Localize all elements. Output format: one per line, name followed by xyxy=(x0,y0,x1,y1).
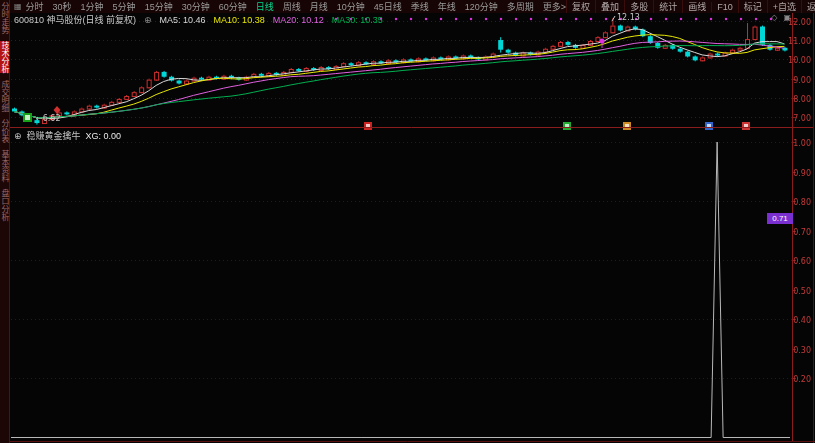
ma-label: MA20: 10.12 xyxy=(273,15,324,25)
timeframe-120分钟[interactable]: 120分钟 xyxy=(465,0,498,13)
toolbar-button-+自选[interactable]: +自选 xyxy=(767,0,801,13)
sidebar-item-技术分析[interactable]: 技术分析 xyxy=(0,41,9,73)
timeframe-年线[interactable]: 年线 xyxy=(438,0,456,13)
timeframe-list: 分时30秒1分钟5分钟15分钟30分钟60分钟日线周线月线10分钟45日线季线年… xyxy=(26,0,567,13)
top-menu-bar: ▦ 分时30秒1分钟5分钟15分钟30分钟60分钟日线周线月线10分钟45日线季… xyxy=(10,0,815,13)
timeframe-周线[interactable]: 周线 xyxy=(283,0,301,13)
chart-canvas[interactable] xyxy=(0,0,815,443)
timeframe-30分钟[interactable]: 30分钟 xyxy=(182,0,210,13)
sidebar-item-基本资料[interactable]: 基本资料 xyxy=(0,150,9,182)
timeframe-更多>[interactable]: 更多> xyxy=(543,0,566,13)
timeframe-60分钟[interactable]: 60分钟 xyxy=(219,0,247,13)
timeframe-45日线[interactable]: 45日线 xyxy=(374,0,402,13)
maximize-pane-icon[interactable]: ▣ xyxy=(783,13,791,22)
ma-label: MA30: 10.35 xyxy=(332,15,383,25)
toolbar-button-返回[interactable]: 返回 xyxy=(801,0,815,13)
toolbar-button-标记[interactable]: 标记 xyxy=(738,0,767,13)
pane-icons: ◇ ▣ xyxy=(771,13,791,22)
stock-title: 600810 神马股份(日线 前复权) xyxy=(14,13,136,26)
timeframe-分时[interactable]: 分时 xyxy=(26,0,44,13)
toolbar-button-统计[interactable]: 统计 xyxy=(653,0,682,13)
timeframe-30秒[interactable]: 30秒 xyxy=(53,0,72,13)
app-window: ▦ 分时30秒1分钟5分钟15分钟30分钟60分钟日线周线月线10分钟45日线季… xyxy=(0,0,815,443)
timeframe-季线[interactable]: 季线 xyxy=(411,0,429,13)
sidebar-item-盘口分析[interactable]: 盘口分析 xyxy=(0,189,9,221)
timeframe-月线[interactable]: 月线 xyxy=(310,0,328,13)
indicator-overlay-icon[interactable]: ⊕ xyxy=(14,131,22,141)
sidebar-item-成交明细[interactable]: 成交明细 xyxy=(0,80,9,112)
sidebar-item-分时走势[interactable]: 分时走势 xyxy=(0,2,9,34)
timeframe-日线[interactable]: 日线 xyxy=(256,0,274,13)
timeframe-10分钟[interactable]: 10分钟 xyxy=(337,0,365,13)
toolbar-button-多股[interactable]: 多股 xyxy=(624,0,653,13)
timeframe-多周期[interactable]: 多周期 xyxy=(507,0,534,13)
ma-label: MA5: 10.46 xyxy=(160,15,206,25)
overlay-toggle-icon[interactable]: ⊕ xyxy=(144,15,152,25)
ma-label: MA10: 10.38 xyxy=(214,15,265,25)
left-tab-sidebar: 分时走势技术分析成交明细分价表基本资料盘口分析 xyxy=(0,0,10,443)
toolbar-buttons: 复权叠加多股统计画线F10标记+自选返回 xyxy=(566,0,815,13)
timeframe-5分钟[interactable]: 5分钟 xyxy=(113,0,136,13)
timeframe-15分钟[interactable]: 15分钟 xyxy=(145,0,173,13)
toolbar-button-画线[interactable]: 画线 xyxy=(682,0,711,13)
toolbar-button-复权[interactable]: 复权 xyxy=(566,0,595,13)
toolbar-button-F10[interactable]: F10 xyxy=(711,2,738,12)
sidebar-item-分价表[interactable]: 分价表 xyxy=(0,119,9,143)
indicator-title-line: ⊕ 稳赚黄金擒牛 XG: 0.00 xyxy=(14,129,121,142)
stock-info-line: 600810 神马股份(日线 前复权) ⊕ MA5: 10.46MA10: 10… xyxy=(14,14,391,25)
grid-menu-icon[interactable]: ▦ xyxy=(14,2,22,11)
ma-values: MA5: 10.46MA10: 10.38MA20: 10.12MA30: 10… xyxy=(160,15,391,25)
indicator-switch-icon[interactable]: ◇ xyxy=(771,13,777,22)
indicator-xg-value: XG: 0.00 xyxy=(86,131,122,141)
indicator-name[interactable]: 稳赚黄金擒牛 xyxy=(27,129,81,142)
indicator-last-value-tag: 0.71 xyxy=(767,213,793,224)
timeframe-1分钟[interactable]: 1分钟 xyxy=(81,0,104,13)
toolbar-button-叠加[interactable]: 叠加 xyxy=(595,0,624,13)
